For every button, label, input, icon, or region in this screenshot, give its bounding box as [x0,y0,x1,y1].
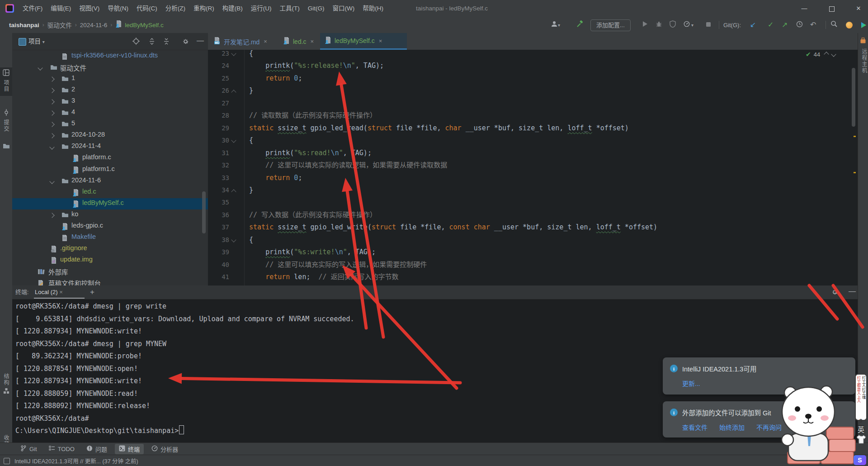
chevron-right-icon[interactable] [49,76,54,81]
code-line-40[interactable]: 40 // 这里可以填充实际的写入逻辑，如果需要控制硬件 [208,258,858,271]
git-push-icon[interactable]: ↗ [782,19,788,30]
code-line-30[interactable]: 30{ [208,134,858,147]
tree-item-platform.c[interactable]: platform.c [12,152,208,164]
chevron-right-icon[interactable] [49,111,54,116]
code-line-34[interactable]: 34} [208,184,858,196]
menu-item[interactable]: 重构(R) [189,0,218,17]
profiler-button[interactable]: ▾ [684,19,693,30]
new-terminal-tab-button[interactable]: + [90,285,94,299]
code-line-37[interactable]: 37static ssize_t gpio_led_write(struct f… [208,221,858,233]
inspections-widget[interactable]: ✔ 44 [806,51,835,58]
sidebar-item-commit[interactable]: 提交 [0,109,12,132]
breadcrumb-item[interactable]: 2024-11-6 [80,22,108,29]
code-line-32[interactable]: 32 // 这里可以填充实际的读取逻辑，如果需要从硬件读取数据 [208,159,858,171]
chevron-down-icon[interactable] [49,179,54,184]
tab-close-icon[interactable]: × [379,38,382,44]
chevron-right-icon[interactable] [49,133,54,138]
tool-window-button-问题[interactable]: 问题 [82,444,111,454]
ime-slogan-bubble[interactable]: 打工都是人上人 打工人打工魂 [855,374,867,421]
search-everywhere-icon[interactable] [830,19,838,30]
close-button[interactable]: ✕ [849,0,868,17]
menu-item[interactable]: 窗口(W) [329,0,359,17]
menu-item[interactable]: 构建(B) [218,0,247,17]
collapse-all-icon[interactable] [163,38,170,47]
code-line-29[interactable]: 29static ssize_t gpio_led_read(struct fi… [208,122,858,134]
minimize-button[interactable]: — [795,0,813,17]
status-message[interactable]: IntelliJ IDEA2021.1.3可用 // 更新... (37 分钟 … [14,456,138,465]
tree-item-2[interactable]: 2 [12,85,208,96]
menu-item[interactable]: 帮助(H) [359,0,387,17]
menu-item[interactable]: 编辑(E) [47,0,75,17]
code-line-25[interactable]: 25 return 0; [208,72,858,85]
fold-marker[interactable] [231,51,236,56]
breadcrumb-item[interactable]: taishanpai [9,22,39,29]
sidebar-item-project[interactable]: 项目 [0,67,12,96]
tool-window-button-终端[interactable]: 终端 [115,444,144,454]
tree-item-ko[interactable]: ko [12,209,208,221]
menu-item[interactable]: 代码(C) [132,0,161,17]
view-files-link[interactable]: 查看文件 [682,423,708,432]
panel-settings-gear-icon[interactable] [182,38,189,47]
always-add-link[interactable]: 始终添加 [719,423,745,432]
locate-file-icon[interactable] [132,38,140,47]
terminal-tab-local[interactable]: Local (2) × [35,285,63,299]
tree-item-.gitignore[interactable]: .gitignore [12,243,208,255]
rollback-icon[interactable]: ↶ [810,19,816,30]
hide-panel-icon[interactable]: — [197,37,204,45]
next-problem-icon[interactable] [831,52,836,57]
code-line-27[interactable]: 27 [208,97,858,109]
terminal-settings-gear-icon[interactable] [831,289,838,297]
code-line-24[interactable]: 24 printk("%s:release!\n", TAG); [208,59,858,72]
code-line-39[interactable]: 39 printk("%s:write!\n", TAG); [208,246,858,258]
history-icon[interactable] [796,19,803,30]
remote-host-tool-label[interactable]: 远程主机 [860,48,868,74]
status-window-icon[interactable] [4,458,10,464]
update-link[interactable]: 更新... [682,379,700,388]
menu-item[interactable]: 文件(F) [19,0,47,17]
editor-scrollbar[interactable] [852,68,855,127]
tree-item-1[interactable]: 1 [12,73,208,85]
tree-item-led.c[interactable]: led.c [12,187,208,198]
menu-item[interactable]: 运行(U) [247,0,276,17]
tree-item-外部库[interactable]: 外部库 [12,266,208,277]
folder-tool-icon[interactable] [3,143,10,151]
fold-marker[interactable] [231,189,236,194]
run-button[interactable] [642,19,648,30]
project-tree[interactable]: tspi-rk3566-user-v10-linux.dts驱动文件123452… [12,50,208,285]
tree-item-Makefile[interactable]: Makefile [12,232,208,243]
ide-feature-trainer-icon[interactable] [860,19,867,30]
ime-mode-indicator[interactable]: 英 [858,424,864,434]
notification-git-add[interactable]: i 外部添加的文件可以添加到 Git 查看文件 始终添加 不再询问 [663,401,855,437]
chevron-right-icon[interactable] [49,213,54,218]
profile-avatar[interactable]: ▾ [551,19,560,30]
project-panel-title[interactable]: 项目 ▾ [28,33,45,50]
dont-ask-link[interactable]: 不再询问 [756,423,782,432]
code-line-26[interactable]: 26} [208,84,858,97]
tool-window-button-TODO[interactable]: TODO [45,444,79,454]
build-hammer-icon[interactable] [576,19,584,30]
chevron-right-icon[interactable] [49,100,54,105]
expand-all-icon[interactable] [149,38,155,47]
tree-item-2024-11-6[interactable]: 2024-11-6 [12,176,208,187]
tab-close-icon[interactable]: × [264,38,267,45]
fold-marker[interactable] [231,90,236,95]
tree-item-update.img[interactable]: update.img [12,255,208,266]
chevron-down-icon[interactable] [38,65,42,70]
menu-item[interactable]: 分析(Z) [161,0,189,17]
plugin-tool-icon[interactable] [860,38,866,46]
project-scrollbar[interactable] [202,191,206,233]
menu-item[interactable]: 导航(N) [104,0,132,17]
prev-problem-icon[interactable] [824,52,829,57]
tree-item-2024-10-28[interactable]: 2024-10-28 [12,130,208,141]
notification-update[interactable]: i IntelliJ IDEA2021.1.3可用 更新... [663,357,855,395]
debug-button[interactable] [656,19,662,30]
terminal-tab-close-icon[interactable]: × [59,289,63,295]
code-line-38[interactable]: 38{ [208,233,858,246]
code-line-33[interactable]: 33 return 0; [208,171,858,184]
menu-item[interactable]: 工具(T) [276,0,304,17]
stop-button[interactable] [706,19,711,30]
sidebar-item-structure[interactable]: 结构 [0,373,12,396]
chevron-right-icon[interactable] [49,88,54,93]
chevron-down-icon[interactable] [49,145,54,150]
ime-logo[interactable]: S [854,455,866,465]
